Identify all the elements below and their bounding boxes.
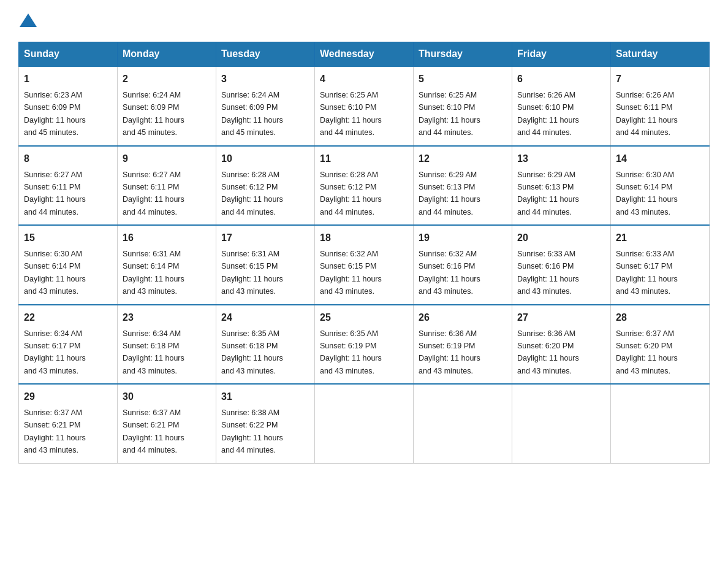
day-cell: 15 Sunrise: 6:30 AMSunset: 6:14 PMDaylig…	[19, 225, 118, 305]
day-info: Sunrise: 6:26 AMSunset: 6:11 PMDaylight:…	[616, 91, 678, 137]
day-info: Sunrise: 6:37 AMSunset: 6:21 PMDaylight:…	[24, 408, 86, 454]
day-info: Sunrise: 6:27 AMSunset: 6:11 PMDaylight:…	[123, 170, 184, 216]
day-info: Sunrise: 6:37 AMSunset: 6:20 PMDaylight:…	[616, 329, 678, 375]
week-row-4: 22 Sunrise: 6:34 AMSunset: 6:17 PMDaylig…	[19, 305, 710, 385]
day-number: 8	[24, 151, 112, 166]
day-info: Sunrise: 6:33 AMSunset: 6:16 PMDaylight:…	[517, 250, 579, 296]
day-cell: 20 Sunrise: 6:33 AMSunset: 6:16 PMDaylig…	[512, 225, 611, 305]
day-number: 30	[123, 389, 211, 404]
day-info: Sunrise: 6:30 AMSunset: 6:14 PMDaylight:…	[24, 250, 86, 296]
logo	[18, 12, 37, 29]
day-info: Sunrise: 6:31 AMSunset: 6:15 PMDaylight:…	[221, 250, 283, 296]
day-cell: 28 Sunrise: 6:37 AMSunset: 6:20 PMDaylig…	[611, 305, 710, 385]
day-info: Sunrise: 6:25 AMSunset: 6:10 PMDaylight:…	[419, 91, 480, 137]
day-cell: 10 Sunrise: 6:28 AMSunset: 6:12 PMDaylig…	[216, 146, 315, 226]
day-info: Sunrise: 6:36 AMSunset: 6:20 PMDaylight:…	[517, 329, 579, 375]
day-cell	[315, 384, 414, 463]
day-cell: 19 Sunrise: 6:32 AMSunset: 6:16 PMDaylig…	[414, 225, 512, 305]
col-header-thursday: Thursday	[414, 42, 512, 67]
day-cell: 5 Sunrise: 6:25 AMSunset: 6:10 PMDayligh…	[414, 66, 512, 146]
day-cell	[611, 384, 710, 463]
day-cell: 24 Sunrise: 6:35 AMSunset: 6:18 PMDaylig…	[216, 305, 315, 385]
day-number: 31	[221, 389, 309, 404]
day-cell: 4 Sunrise: 6:25 AMSunset: 6:10 PMDayligh…	[315, 66, 414, 146]
day-cell: 21 Sunrise: 6:33 AMSunset: 6:17 PMDaylig…	[611, 225, 710, 305]
svg-marker-0	[20, 13, 37, 27]
day-info: Sunrise: 6:27 AMSunset: 6:11 PMDaylight:…	[24, 170, 86, 216]
day-cell: 12 Sunrise: 6:29 AMSunset: 6:13 PMDaylig…	[414, 146, 512, 226]
day-cell: 22 Sunrise: 6:34 AMSunset: 6:17 PMDaylig…	[19, 305, 118, 385]
day-cell: 17 Sunrise: 6:31 AMSunset: 6:15 PMDaylig…	[216, 225, 315, 305]
day-info: Sunrise: 6:30 AMSunset: 6:14 PMDaylight:…	[616, 170, 678, 216]
day-info: Sunrise: 6:28 AMSunset: 6:12 PMDaylight:…	[320, 170, 382, 216]
day-cell: 18 Sunrise: 6:32 AMSunset: 6:15 PMDaylig…	[315, 225, 414, 305]
day-number: 26	[419, 310, 507, 325]
logo-triangle-icon	[20, 12, 37, 27]
day-cell: 11 Sunrise: 6:28 AMSunset: 6:12 PMDaylig…	[315, 146, 414, 226]
day-info: Sunrise: 6:29 AMSunset: 6:13 PMDaylight:…	[419, 170, 480, 216]
day-number: 16	[123, 231, 211, 245]
day-number: 7	[616, 72, 704, 86]
day-number: 15	[24, 231, 112, 245]
day-cell: 13 Sunrise: 6:29 AMSunset: 6:13 PMDaylig…	[512, 146, 611, 226]
day-info: Sunrise: 6:35 AMSunset: 6:18 PMDaylight:…	[221, 329, 283, 375]
day-cell: 26 Sunrise: 6:36 AMSunset: 6:19 PMDaylig…	[414, 305, 512, 385]
day-info: Sunrise: 6:38 AMSunset: 6:22 PMDaylight:…	[221, 408, 283, 454]
day-number: 13	[517, 151, 605, 166]
col-header-monday: Monday	[118, 42, 216, 67]
day-number: 1	[24, 72, 112, 86]
day-info: Sunrise: 6:34 AMSunset: 6:17 PMDaylight:…	[24, 329, 86, 375]
day-number: 24	[221, 310, 309, 325]
day-info: Sunrise: 6:25 AMSunset: 6:10 PMDaylight:…	[320, 91, 382, 137]
day-number: 22	[24, 310, 112, 325]
week-row-5: 29 Sunrise: 6:37 AMSunset: 6:21 PMDaylig…	[19, 384, 710, 463]
col-header-tuesday: Tuesday	[216, 42, 315, 67]
col-header-friday: Friday	[512, 42, 611, 67]
col-header-sunday: Sunday	[19, 42, 118, 67]
col-header-wednesday: Wednesday	[315, 42, 414, 67]
day-info: Sunrise: 6:31 AMSunset: 6:14 PMDaylight:…	[123, 250, 184, 296]
day-number: 20	[517, 231, 605, 245]
day-info: Sunrise: 6:29 AMSunset: 6:13 PMDaylight:…	[517, 170, 579, 216]
col-header-saturday: Saturday	[611, 42, 710, 67]
day-number: 9	[123, 151, 211, 166]
week-row-3: 15 Sunrise: 6:30 AMSunset: 6:14 PMDaylig…	[19, 225, 710, 305]
day-info: Sunrise: 6:34 AMSunset: 6:18 PMDaylight:…	[123, 329, 184, 375]
day-cell: 31 Sunrise: 6:38 AMSunset: 6:22 PMDaylig…	[216, 384, 315, 463]
day-info: Sunrise: 6:24 AMSunset: 6:09 PMDaylight:…	[123, 91, 184, 137]
day-number: 27	[517, 310, 605, 325]
day-cell: 8 Sunrise: 6:27 AMSunset: 6:11 PMDayligh…	[19, 146, 118, 226]
day-number: 21	[616, 231, 704, 245]
day-number: 2	[123, 72, 211, 86]
day-info: Sunrise: 6:35 AMSunset: 6:19 PMDaylight:…	[320, 329, 382, 375]
day-number: 11	[320, 151, 408, 166]
calendar-header-row: SundayMondayTuesdayWednesdayThursdayFrid…	[19, 42, 710, 67]
day-info: Sunrise: 6:32 AMSunset: 6:16 PMDaylight:…	[419, 250, 480, 296]
day-cell: 30 Sunrise: 6:37 AMSunset: 6:21 PMDaylig…	[118, 384, 216, 463]
day-number: 5	[419, 72, 507, 86]
day-cell: 9 Sunrise: 6:27 AMSunset: 6:11 PMDayligh…	[118, 146, 216, 226]
day-cell	[512, 384, 611, 463]
day-number: 28	[616, 310, 704, 325]
day-cell: 16 Sunrise: 6:31 AMSunset: 6:14 PMDaylig…	[118, 225, 216, 305]
calendar-table: SundayMondayTuesdayWednesdayThursdayFrid…	[18, 42, 710, 464]
day-cell: 3 Sunrise: 6:24 AMSunset: 6:09 PMDayligh…	[216, 66, 315, 146]
week-row-1: 1 Sunrise: 6:23 AMSunset: 6:09 PMDayligh…	[19, 66, 710, 146]
day-number: 12	[419, 151, 507, 166]
day-info: Sunrise: 6:28 AMSunset: 6:12 PMDaylight:…	[221, 170, 283, 216]
day-number: 25	[320, 310, 408, 325]
day-info: Sunrise: 6:32 AMSunset: 6:15 PMDaylight:…	[320, 250, 382, 296]
day-number: 14	[616, 151, 704, 166]
day-number: 29	[24, 389, 112, 404]
day-number: 18	[320, 231, 408, 245]
day-cell: 25 Sunrise: 6:35 AMSunset: 6:19 PMDaylig…	[315, 305, 414, 385]
day-cell: 7 Sunrise: 6:26 AMSunset: 6:11 PMDayligh…	[611, 66, 710, 146]
day-cell: 29 Sunrise: 6:37 AMSunset: 6:21 PMDaylig…	[19, 384, 118, 463]
day-cell: 27 Sunrise: 6:36 AMSunset: 6:20 PMDaylig…	[512, 305, 611, 385]
day-number: 6	[517, 72, 605, 86]
week-row-2: 8 Sunrise: 6:27 AMSunset: 6:11 PMDayligh…	[19, 146, 710, 226]
page-header	[18, 12, 710, 29]
day-number: 17	[221, 231, 309, 245]
day-cell: 2 Sunrise: 6:24 AMSunset: 6:09 PMDayligh…	[118, 66, 216, 146]
day-info: Sunrise: 6:24 AMSunset: 6:09 PMDaylight:…	[221, 91, 283, 137]
